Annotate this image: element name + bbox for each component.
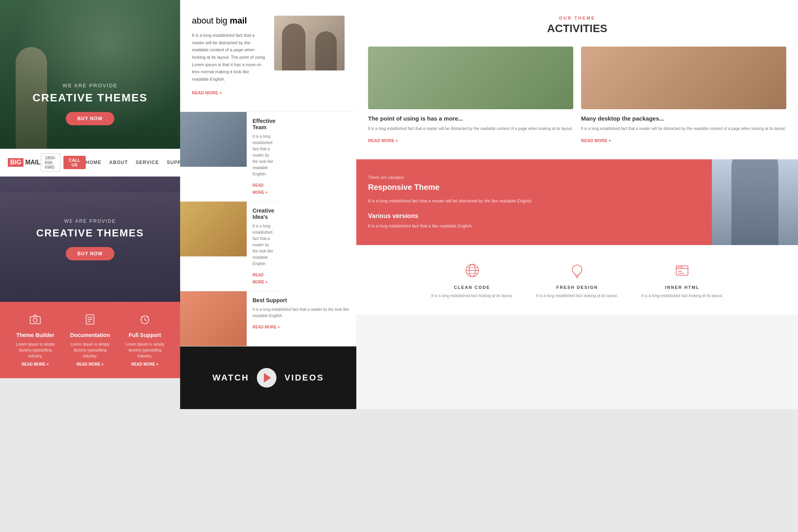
about-read-more[interactable]: READ MORE + [192, 90, 222, 95]
activities-section: OUR THEME ACTIVITIES The point of using … [356, 0, 798, 159]
about-section: about big mail It is a long established … [180, 0, 356, 112]
feature-desc-2: Lorem Ipsum is simply dummy typesetting … [121, 341, 168, 359]
globe-icon [462, 261, 482, 280]
service-read-more-1[interactable]: READ MORE + [253, 273, 268, 284]
feat-icon-desc-2: It is a long established fact looking at… [641, 293, 723, 299]
services-grid: Effective Team It is a long established … [180, 112, 356, 346]
about-title-bold: mail [230, 16, 247, 25]
service-desc-2: It is a long established fact that a rea… [253, 307, 350, 319]
service-title-1: Creative Idea's [253, 207, 275, 220]
nav-links: HOME ABOUT SERVICE SUPPORT [86, 160, 192, 165]
about-title-pre: about big [192, 16, 230, 25]
service-read-more-2[interactable]: READ MORE + [253, 325, 280, 329]
activity-img-1-bg [581, 47, 786, 109]
activity-card-desc-0: It is a long established fact that a rea… [368, 126, 573, 132]
responsive-person [712, 159, 798, 245]
feat-icon-desc-1: It is a long established fact looking at… [536, 293, 618, 299]
activity-img-0 [368, 47, 573, 109]
feature-title-2: Full Support [121, 332, 168, 338]
service-img-effective-bg [180, 112, 247, 167]
alarm-icon [121, 314, 168, 328]
about-title: about big mail [192, 16, 266, 26]
responsive-text: There are variation Responsive Theme It … [356, 159, 712, 245]
service-desc-1: It is a long established fact that a rea… [253, 223, 275, 267]
activity-read-more-1[interactable]: READ MORE + [581, 138, 611, 143]
nav-about[interactable]: ABOUT [109, 160, 128, 165]
person-silhouette [731, 159, 778, 245]
hero-title: CREATIVE THEMES [32, 92, 148, 104]
service-info-effective: Effective Team It is a long established … [247, 112, 281, 201]
feat-icon-title-1: FRESH DESIGN [536, 285, 618, 290]
feature-link-0[interactable]: READ MORE + [12, 362, 59, 366]
about-image-inner [274, 16, 345, 70]
about-desc: It is a long established fact that a rea… [192, 32, 266, 83]
hero-buy-button[interactable]: BUY NOW [66, 112, 115, 125]
activities-subtitle: OUR THEME [368, 16, 786, 20]
service-card-inner: Effective Team It is a long established … [180, 112, 281, 201]
activity-card-desc-1: It is a long established fact that a rea… [581, 126, 786, 132]
resp-title: Responsive Theme [368, 183, 700, 192]
feat-icon-desc-0: It is a long established fact looking at… [431, 293, 513, 299]
watch-play-button[interactable] [257, 368, 276, 388]
feat-icon-item-1: FRESH DESIGN It is a long established fa… [536, 261, 618, 299]
logo-mail: MAIL [25, 159, 40, 166]
about-text: about big mail It is a long established … [192, 16, 266, 96]
feature-item-2: Full Support Lorem Ipsum is simply dummy… [117, 314, 172, 366]
feat-icon-item-0: CLEAN CODE It is a long established fact… [431, 261, 513, 299]
person2 [315, 31, 337, 70]
feature-item-1: Documentation Lorem Ipsum is simply dumm… [63, 314, 117, 366]
lightbulb-icon [567, 261, 587, 280]
hero-subtitle: WE ARE PROVIDE [32, 83, 148, 88]
feature-link-2[interactable]: READ MORE + [121, 362, 168, 366]
feat-icon-title-0: CLEAN CODE [431, 285, 513, 290]
middle-column: about big mail It is a long established … [180, 0, 356, 409]
activities-header: OUR THEME ACTIVITIES [368, 16, 786, 35]
nav-service[interactable]: SERVICE [136, 160, 159, 165]
logo-big: BIG [8, 158, 23, 167]
service-card-creative-inner: Creative Idea's It is a long established… [180, 202, 281, 291]
activity-card-1: Many desktop the packages... It is a lon… [581, 47, 786, 144]
feature-desc-1: Lorem Ipsum is simply dummy typesetting … [67, 341, 114, 359]
service-info-creative: Creative Idea's It is a long established… [247, 202, 281, 291]
responsive-image [712, 159, 798, 245]
phone-number: 1800-658-6985 [41, 153, 60, 171]
left-column: WE ARE PROVIDE CREATIVE THEMES BUY NOW B… [0, 0, 180, 409]
service-img-support-bg [180, 291, 247, 346]
activity-read-more-0[interactable]: READ MORE + [368, 138, 398, 143]
service-desc-0: It is a long established fact that a rea… [253, 133, 275, 177]
resp-subtitle: Various versions [368, 213, 700, 220]
features-icons-section: CLEAN CODE It is a long established fact… [356, 245, 798, 315]
play-icon [264, 373, 271, 382]
activity-img-0-bg [368, 47, 573, 109]
feature-title-0: Theme Builder [12, 332, 59, 338]
service-img-effective [180, 112, 247, 167]
feature-title-1: Documentation [67, 332, 114, 338]
feature-item-0: Theme Builder Lorem Ipsum is simply dumm… [8, 314, 63, 366]
hero2-buy-button[interactable]: BUY NOW [66, 247, 115, 260]
svg-point-18 [682, 267, 683, 268]
hero2-subtitle: WE ARE PROVIDE [36, 218, 144, 224]
hero-section: WE ARE PROVIDE CREATIVE THEMES BUY NOW [0, 0, 180, 149]
watch-videos-label: VIDEOS [284, 373, 324, 383]
feat-icon-item-2: INNER HTML It is a long established fact… [641, 261, 723, 299]
hero2-section: WE ARE PROVIDE CREATIVE THEMES BUY NOW [0, 177, 180, 302]
responsive-section: There are variation Responsive Theme It … [356, 159, 798, 245]
service-card-effective: Effective Team It is a long established … [180, 112, 281, 202]
nav-home[interactable]: HOME [86, 160, 101, 165]
activity-card-0: The point of using is has a more... It i… [368, 47, 573, 144]
service-card-support-inner: Best Support It is a long established fa… [180, 291, 356, 346]
service-read-more-0[interactable]: READ MORE + [253, 183, 268, 195]
person1 [282, 23, 305, 70]
features-bar: Theme Builder Lorem Ipsum is simply dumm… [0, 302, 180, 378]
resp-desc: It is a long established fact that a rea… [368, 198, 700, 205]
about-img-bg [274, 16, 345, 70]
activity-card-title-0: The point of using is has a more... [368, 115, 573, 122]
header-contact: 1800-658-6985 CALL US [41, 153, 86, 171]
call-us-button[interactable]: CALL US [63, 156, 86, 169]
service-img-creative-bg [180, 202, 247, 256]
resp-desc2: It is a long established fact that a lik… [368, 223, 700, 230]
svg-point-17 [680, 267, 681, 268]
activities-title: ACTIVITIES [368, 22, 786, 35]
feature-link-1[interactable]: READ MORE + [67, 362, 114, 366]
doc-icon [67, 314, 114, 328]
